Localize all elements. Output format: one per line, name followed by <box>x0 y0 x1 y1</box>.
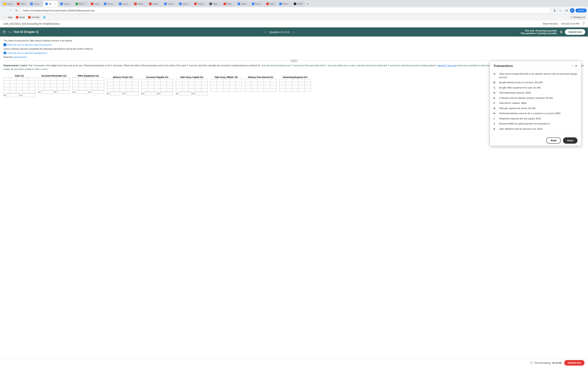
t-cell[interactable] <box>292 88 298 92</box>
tab-majo[interactable]: Majo... <box>222 1 235 7</box>
new-tab-button[interactable]: + <box>305 1 310 6</box>
t-cell[interactable] <box>23 94 35 97</box>
bookmark-icon[interactable]: ☆ <box>558 8 563 13</box>
t-cell[interactable] <box>73 77 79 81</box>
sample-t-accounts-link[interactable]: Sample T accounts <box>437 64 457 67</box>
tab-post1[interactable]: Post/... <box>235 1 250 7</box>
t-cell[interactable] <box>270 85 277 88</box>
t-cell[interactable] <box>148 85 154 88</box>
tab-te-active[interactable]: Te... × <box>43 1 58 7</box>
t-cell[interactable] <box>210 88 217 92</box>
t-cell[interactable] <box>7 94 19 97</box>
t-cell[interactable] <box>305 88 311 92</box>
t-cell[interactable] <box>201 82 208 85</box>
tab-post2[interactable]: Post/... <box>250 1 264 7</box>
t-cell[interactable] <box>245 88 251 92</box>
tab-launc1[interactable]: Launc... <box>58 1 73 7</box>
t-cell[interactable] <box>85 77 92 81</box>
profile-button[interactable]: D <box>570 8 575 13</box>
t-cell[interactable] <box>236 88 242 92</box>
bookmark-youtube[interactable]: YouTube <box>27 16 41 19</box>
t-cell[interactable] <box>38 81 44 84</box>
t-cell[interactable] <box>10 87 16 90</box>
t-cell[interactable] <box>98 84 104 87</box>
t-cell[interactable] <box>23 77 29 81</box>
t-cell[interactable] <box>63 84 70 87</box>
t-cell[interactable] <box>148 82 154 85</box>
t-cell[interactable] <box>229 88 236 92</box>
t-cell[interactable] <box>305 82 311 85</box>
tab-inbox2[interactable]: Inbox <box>264 1 277 7</box>
t-cell[interactable] <box>286 79 292 82</box>
t-cell[interactable] <box>201 79 208 82</box>
t-cell[interactable] <box>23 87 29 90</box>
t-cell[interactable] <box>44 77 51 81</box>
t-cell[interactable] <box>29 90 35 93</box>
t-cell[interactable] <box>160 85 167 88</box>
t-cell[interactable] <box>44 84 51 87</box>
t-cell[interactable] <box>92 84 98 87</box>
t-cell[interactable] <box>258 82 264 85</box>
t-cell[interactable] <box>113 79 120 82</box>
t-cell[interactable] <box>176 82 182 85</box>
tab-https[interactable]: https... <box>207 1 221 7</box>
t-cell[interactable] <box>57 84 63 87</box>
t-cell[interactable] <box>132 88 138 92</box>
t-cell[interactable] <box>223 85 229 88</box>
t-cell[interactable] <box>195 79 201 82</box>
tab-pears3[interactable]: Pears... <box>147 1 162 7</box>
t-cell[interactable] <box>229 82 236 85</box>
t-cell[interactable] <box>182 85 189 88</box>
t-cell[interactable] <box>189 79 195 82</box>
t-cell[interactable] <box>176 88 182 92</box>
t-cell[interactable] <box>98 87 104 90</box>
t-cell[interactable] <box>10 84 16 87</box>
t-cell[interactable] <box>236 79 242 82</box>
t-cell[interactable] <box>270 79 277 82</box>
back-button[interactable]: ← <box>1 8 6 13</box>
t-cell[interactable] <box>92 77 98 81</box>
t-cell[interactable] <box>279 88 286 92</box>
t-cell[interactable] <box>132 85 138 88</box>
t-cell[interactable] <box>189 82 195 85</box>
t-cell[interactable] <box>57 77 63 81</box>
t-cell[interactable] <box>279 79 286 82</box>
t-cell[interactable] <box>120 82 126 85</box>
t-cell[interactable] <box>29 87 35 90</box>
t-cell[interactable] <box>142 88 148 92</box>
t-cell[interactable] <box>73 84 79 87</box>
t-cell[interactable] <box>217 85 223 88</box>
t-cell[interactable] <box>57 81 63 84</box>
t-cell[interactable] <box>182 88 189 92</box>
t-cell[interactable] <box>292 85 298 88</box>
t-cell[interactable] <box>292 82 298 85</box>
modal-minimize-button[interactable]: − <box>571 64 573 68</box>
t-cell[interactable] <box>4 90 10 93</box>
t-cell[interactable] <box>223 79 229 82</box>
chart-of-accounts-link[interactable]: (Click the icon to view the chart of acc… <box>7 43 52 46</box>
t-cell[interactable] <box>85 84 92 87</box>
t-cell[interactable] <box>142 79 148 82</box>
t-cell[interactable] <box>107 88 113 92</box>
t-cell[interactable] <box>4 84 10 87</box>
t-cell[interactable] <box>298 85 305 88</box>
t-cell[interactable] <box>189 85 195 88</box>
t-cell[interactable] <box>286 88 292 92</box>
forward-button[interactable]: → <box>8 8 13 13</box>
t-cell[interactable] <box>279 82 286 85</box>
t-cell[interactable] <box>142 82 148 85</box>
t-cell[interactable] <box>10 90 16 93</box>
tab-home[interactable]: Home <box>1 1 15 7</box>
help-icon[interactable]: ? <box>583 22 585 25</box>
t-cell[interactable] <box>167 85 173 88</box>
t-cell[interactable] <box>63 81 70 84</box>
t-cell[interactable] <box>16 81 23 84</box>
t-cell[interactable] <box>51 81 57 84</box>
download-icon[interactable]: ⬇ <box>552 8 557 13</box>
t-cell[interactable] <box>223 82 229 85</box>
refresh-button[interactable]: ↻ <box>14 8 19 13</box>
t-cell[interactable] <box>23 90 29 93</box>
submit-test-button[interactable]: Submit test <box>565 29 585 35</box>
t-cell[interactable] <box>298 82 305 85</box>
tab-cours[interactable]: Cours... <box>28 1 43 7</box>
